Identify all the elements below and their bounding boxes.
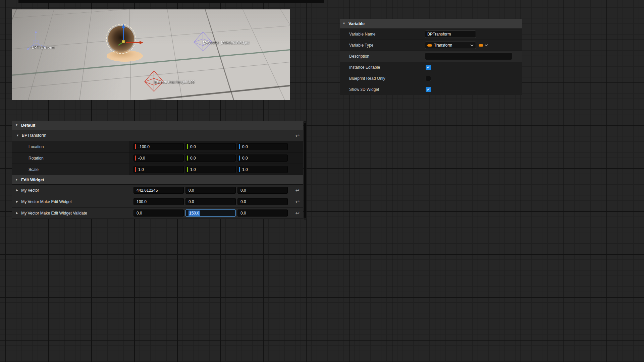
my-vector-make-edit-widget-label: My Vector Make Edit Widget bbox=[21, 199, 72, 204]
x-axis-color-bar bbox=[135, 167, 136, 172]
transform-type-pill-icon bbox=[427, 44, 432, 47]
section-edit-widget-title: Edit Widget bbox=[21, 178, 44, 182]
my-vector-make-edit-widget-row: ▶ My Vector Make Edit Widget 100.0 0.0 0… bbox=[12, 196, 303, 207]
variable-type-row: Variable Type Transform bbox=[340, 40, 522, 51]
variable-type-dropdown[interactable]: Transform bbox=[425, 42, 476, 49]
myvector-widget-label: MyVector_MakeEditWidget bbox=[203, 41, 249, 45]
chevron-down-icon bbox=[470, 44, 474, 46]
mv-validate-x-input[interactable]: 0.0 bbox=[133, 209, 184, 217]
check-icon: ✓ bbox=[427, 65, 430, 69]
my-vector-y-input[interactable]: 0.0 bbox=[185, 187, 236, 194]
my-vector-z-input[interactable]: 0.0 bbox=[237, 187, 288, 194]
expand-arrow-icon[interactable]: ▼ bbox=[342, 22, 345, 25]
expand-arrow-icon[interactable]: ▼ bbox=[16, 134, 19, 137]
bptransform-property-row[interactable]: ▼ BPTransform ↩ bbox=[12, 130, 303, 141]
section-edit-widget-header[interactable]: ▼ Edit Widget bbox=[12, 175, 303, 185]
rotation-z-input[interactable]: 0.0 bbox=[237, 155, 288, 162]
bptransform-property-label: BPTransform bbox=[22, 133, 46, 138]
variable-type-label: Variable Type bbox=[340, 43, 425, 48]
description-label: Description bbox=[340, 54, 425, 59]
viewport-gizmo-overlay bbox=[12, 9, 290, 100]
my-vector-label: My Vector bbox=[21, 188, 39, 193]
exceed-length-label: Exceed max length:100 bbox=[154, 80, 195, 84]
y-axis-color-bar bbox=[187, 167, 188, 172]
reset-to-default-button[interactable]: ↩ bbox=[295, 199, 300, 204]
location-label: Location bbox=[12, 141, 129, 152]
check-icon: ✓ bbox=[427, 87, 430, 92]
variable-section-header[interactable]: ▼ Variable bbox=[340, 19, 522, 29]
mv-make-edit-widget-z-input[interactable]: 0.0 bbox=[237, 198, 288, 205]
collapse-arrow-icon[interactable]: ▶ bbox=[16, 200, 18, 203]
blueprint-graph-background[interactable]: { "icons": { "expanded": "▼", "collapsed… bbox=[0, 0, 644, 362]
my-vector-make-edit-widget-validate-row: ▶ My Vector Make Edit Widget Validate 0.… bbox=[12, 207, 303, 219]
container-type-pill-icon bbox=[479, 44, 483, 47]
rotation-row: Rotation -0.0 0.0 0.0 bbox=[12, 153, 303, 164]
description-row: Description bbox=[340, 51, 522, 62]
scale-label: Scale bbox=[12, 164, 129, 175]
expand-arrow-icon[interactable]: ▼ bbox=[15, 178, 18, 181]
collapse-arrow-icon[interactable]: ▶ bbox=[16, 212, 18, 215]
variable-name-row: Variable Name bbox=[340, 29, 522, 40]
description-input[interactable] bbox=[425, 53, 512, 60]
x-axis-color-bar bbox=[135, 156, 136, 161]
scale-z-input[interactable]: 1.0 bbox=[237, 166, 288, 173]
z-axis-color-bar bbox=[239, 167, 240, 172]
mv-validate-y-input-focused[interactable]: 150.0 bbox=[185, 209, 236, 217]
mv-make-edit-widget-x-input[interactable]: 100.0 bbox=[133, 198, 184, 205]
y-axis-color-bar bbox=[187, 144, 188, 149]
my-vector-row: ▶ My Vector 442.612245 0.0 0.0 ↩ bbox=[12, 185, 303, 196]
chevron-down-icon bbox=[485, 44, 488, 46]
location-z-input[interactable]: 0.0 bbox=[237, 143, 288, 150]
z-axis-color-bar bbox=[239, 156, 240, 161]
section-default-title: Default bbox=[21, 123, 35, 128]
container-type-dropdown[interactable] bbox=[479, 44, 488, 47]
mv-validate-z-input[interactable]: 0.0 bbox=[237, 209, 288, 217]
instance-editable-label: Instance Editable bbox=[340, 65, 425, 70]
variable-name-input[interactable] bbox=[425, 31, 476, 38]
scale-x-input[interactable]: 1.0 bbox=[133, 166, 184, 173]
instance-editable-checkbox[interactable]: ✓ bbox=[426, 65, 431, 70]
rotation-y-input[interactable]: 0.0 bbox=[185, 155, 236, 162]
details-panel: ▼ Default ▼ BPTransform ↩ Location -100.… bbox=[12, 121, 303, 219]
show-3d-widget-label: Show 3D Widget bbox=[340, 87, 425, 92]
location-y-input[interactable]: 0.0 bbox=[185, 143, 236, 150]
variable-type-value: Transform bbox=[434, 43, 468, 48]
reset-to-default-button[interactable]: ↩ bbox=[295, 188, 300, 193]
z-axis-color-bar bbox=[239, 144, 240, 149]
scale-y-input[interactable]: 1.0 bbox=[185, 166, 236, 173]
blueprint-read-only-label: Blueprint Read Only bbox=[340, 76, 425, 81]
scale-row: Scale 1.0 1.0 1.0 bbox=[12, 164, 303, 175]
x-axis-color-bar bbox=[135, 144, 136, 149]
y-axis-color-bar bbox=[187, 156, 188, 161]
top-panel-edge bbox=[18, 0, 324, 3]
my-vector-x-input[interactable]: 442.612245 bbox=[133, 187, 184, 194]
variable-name-label: Variable Name bbox=[340, 32, 425, 37]
bptransform-widget-label: BPTransform bbox=[32, 45, 54, 49]
show-3d-widget-checkbox[interactable]: ✓ bbox=[426, 87, 431, 92]
location-x-input[interactable]: -100.0 bbox=[133, 143, 184, 150]
section-default-header[interactable]: ▼ Default bbox=[12, 121, 303, 130]
expand-arrow-icon[interactable]: ▼ bbox=[15, 124, 18, 127]
viewport-3d[interactable]: BPTransform MyVector_MakeEditWidget Exce… bbox=[12, 9, 290, 100]
location-row: Location -100.0 0.0 0.0 bbox=[12, 141, 303, 153]
mv-make-edit-widget-y-input[interactable]: 0.0 bbox=[185, 198, 236, 205]
show-3d-widget-row: Show 3D Widget ✓ bbox=[340, 84, 522, 95]
variable-details-panel: ▼ Variable Variable Name Variable Type T… bbox=[340, 19, 522, 95]
variable-section-title: Variable bbox=[348, 21, 365, 26]
my-vector-make-edit-widget-validate-label: My Vector Make Edit Widget Validate bbox=[21, 211, 87, 216]
rotation-label: Rotation bbox=[12, 153, 129, 164]
blueprint-read-only-checkbox[interactable] bbox=[426, 76, 431, 81]
scrollbar-thumb[interactable] bbox=[304, 122, 306, 219]
reset-to-default-button[interactable]: ↩ bbox=[295, 133, 300, 138]
rotation-x-input[interactable]: -0.0 bbox=[133, 155, 184, 162]
collapse-arrow-icon[interactable]: ▶ bbox=[16, 189, 18, 192]
reset-to-default-button[interactable]: ↩ bbox=[295, 210, 300, 216]
instance-editable-row: Instance Editable ✓ bbox=[340, 62, 522, 73]
blueprint-read-only-row: Blueprint Read Only bbox=[340, 73, 522, 84]
translate-gizmo[interactable] bbox=[118, 24, 143, 45]
details-scrollbar[interactable] bbox=[304, 121, 307, 220]
